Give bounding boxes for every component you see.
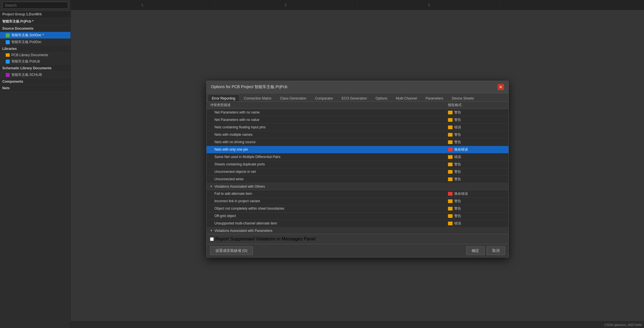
- row-label: Net Parameters with no name: [215, 110, 448, 114]
- sch-icon: [6, 33, 10, 37]
- section-arrow: ▼: [210, 185, 213, 188]
- folder-icon: [6, 53, 10, 57]
- tab-connection-matrix[interactable]: Connection Matrix: [240, 94, 276, 101]
- row-label: Object not completely within sheet bound…: [215, 206, 448, 210]
- tab-comparator[interactable]: Comparator: [311, 94, 337, 101]
- tab-eco-generation[interactable]: ECO Generation: [337, 94, 371, 101]
- checkbox-row: Report Suppressed Violations in Messages…: [210, 236, 505, 242]
- sidebar-item-schlib[interactable]: 智能车主板.SCHLIB: [0, 72, 70, 78]
- schematic-library-documents-header: Schematic Library Documents: [0, 65, 70, 72]
- table-row[interactable]: Fail to add alternate item 致命错误: [207, 190, 508, 198]
- status-text: CSDN @weixin_45871844: [604, 323, 642, 327]
- badge-text: 警告: [454, 199, 461, 204]
- row-badge: 警告: [448, 118, 505, 122]
- section-label: Violations Associated with Parameters: [214, 229, 272, 233]
- table-row[interactable]: Nets containing floating input pins 错误: [207, 124, 508, 131]
- tab-parameters[interactable]: Parameters: [421, 94, 447, 101]
- badge-text: 错误: [454, 155, 461, 159]
- sidebar-item-label: 智能车主板.PcbDoc: [11, 40, 41, 44]
- section-arrow: ▼: [210, 229, 213, 232]
- badge-icon-orange: [448, 133, 453, 137]
- row-badge: 警告: [448, 169, 505, 174]
- suppress-violations-checkbox[interactable]: [210, 237, 214, 241]
- tab-device-sheets[interactable]: Device Sheets: [447, 94, 478, 101]
- modal-close-button[interactable]: ✕: [498, 84, 504, 90]
- badge-icon-orange: [448, 199, 453, 203]
- row-badge: 警告: [448, 199, 505, 204]
- modal-title-bar: Options for PCB Project 智能车主板.PrjPcb ✕: [207, 81, 508, 93]
- table-row[interactable]: Unconnected wires 警告: [207, 176, 508, 183]
- modal-title: Options for PCB Project 智能车主板.PrjPcb: [211, 84, 288, 90]
- sidebar-item-schdoc[interactable]: 智能车主板.SchDoc *: [0, 32, 70, 39]
- row-label: Net Parameters with no value: [215, 118, 448, 122]
- ok-button[interactable]: 确定: [466, 246, 484, 255]
- tab-error-reporting[interactable]: Error Reporting: [208, 94, 240, 101]
- row-badge: 警告: [448, 177, 505, 182]
- table-row[interactable]: Same Net used in Multiple Differential P…: [207, 153, 508, 161]
- tab-options[interactable]: Options: [371, 94, 391, 101]
- schlib-icon: [6, 73, 10, 77]
- badge-text: 致命错误: [454, 147, 468, 152]
- badge-icon-orange: [448, 170, 453, 174]
- badge-icon-orange: [448, 222, 453, 225]
- tab-class-generation[interactable]: Class Generation: [276, 94, 311, 101]
- badge-icon-orange: [448, 155, 453, 159]
- pcb-icon: [6, 60, 10, 64]
- modal-content: 冲突类型描述 报告格式 Net Parameters with no name …: [207, 102, 508, 244]
- table-row-selected[interactable]: Nets with only one pin 致命错误: [207, 146, 508, 153]
- table-row[interactable]: Off-grid object 警告: [207, 212, 508, 220]
- row-badge: 致命错误: [448, 147, 505, 152]
- sidebar-item-pcblib[interactable]: 智能车主板.PcbLib: [0, 58, 70, 65]
- sidebar-item-pcb-lib-header[interactable]: PCB Library Documents: [0, 52, 70, 58]
- tab-multi-channel[interactable]: Multi-Channel: [391, 94, 421, 101]
- badge-icon-orange: [448, 214, 453, 218]
- row-label: Off-grid object: [215, 214, 448, 218]
- row-label: Fail to add alternate item: [215, 192, 448, 196]
- badge-icon-orange: [448, 118, 453, 122]
- col-header-format: 报告格式: [448, 103, 505, 108]
- row-label: Sheets containing duplicate ports: [215, 162, 448, 166]
- table-row[interactable]: Incorrect link in project variant 警告: [207, 198, 508, 205]
- row-badge: 警告: [448, 214, 505, 218]
- badge-text: 警告: [454, 132, 461, 137]
- section-violations-parameters[interactable]: ▼ Violations Associated with Parameters: [207, 227, 508, 234]
- badge-icon-orange: [448, 125, 453, 129]
- table-row[interactable]: Net Parameters with no name 警告: [207, 109, 508, 116]
- modal-tabs: Error Reporting Connection Matrix Class …: [207, 93, 508, 102]
- table-row[interactable]: Unsupported multi-channel alternate item…: [207, 220, 508, 227]
- section-label: Violations Associated with Others: [214, 185, 265, 189]
- badge-icon-orange: [448, 177, 453, 181]
- row-label: Incorrect link in project variant: [215, 199, 448, 203]
- badge-icon-orange: [448, 140, 453, 144]
- section-violations-others[interactable]: ▼ Violations Associated with Others: [207, 183, 508, 190]
- table-header: 冲突类型描述 报告格式: [207, 102, 508, 109]
- table-row[interactable]: Nets with multiple names 警告: [207, 131, 508, 139]
- table-row[interactable]: Sheets containing duplicate ports 警告: [207, 161, 508, 168]
- table-row[interactable]: Unconnected objects in net 警告: [207, 168, 508, 176]
- sidebar: Project Group 1.DsnWrk 智能车主板.PrjPcb * So…: [0, 0, 71, 328]
- search-box: [0, 0, 70, 11]
- options-dialog: Options for PCB Project 智能车主板.PrjPcb ✕ E…: [206, 81, 509, 258]
- row-badge: 警告: [448, 140, 505, 145]
- modal-overlay: Options for PCB Project 智能车主板.PrjPcb ✕ E…: [71, 0, 644, 321]
- table-body[interactable]: Net Parameters with no name 警告 Net Param…: [207, 109, 508, 234]
- sidebar-item-label: 智能车主板.SchDoc *: [11, 33, 44, 38]
- status-bar: CSDN @weixin_45871844: [71, 321, 644, 328]
- badge-text: 致命错误: [454, 191, 468, 196]
- badge-text: 错误: [454, 221, 461, 226]
- sidebar-item-pcbdoc[interactable]: 智能车主板.PcbDoc: [0, 39, 70, 46]
- badge-text: 警告: [454, 118, 461, 122]
- set-default-button[interactable]: 设置成安装缺省 (D): [210, 246, 253, 255]
- table-row[interactable]: Object not completely within sheet bound…: [207, 205, 508, 212]
- table-row[interactable]: Nets with no driving source 警告: [207, 139, 508, 146]
- sidebar-item-label: 智能车主板.SCHLIB: [11, 72, 42, 77]
- cancel-button[interactable]: 取消: [487, 246, 505, 255]
- row-badge: 警告: [448, 206, 505, 211]
- badge-text: 警告: [454, 206, 461, 211]
- libraries-header: Libraries: [0, 46, 70, 52]
- table-row[interactable]: Net Parameters with no value 警告: [207, 116, 508, 124]
- suppress-violations-label: Report Suppressed Violations in Messages…: [215, 236, 316, 242]
- row-label: Unconnected wires: [215, 177, 448, 181]
- search-input[interactable]: [2, 2, 68, 9]
- row-label: Unsupported multi-channel alternate item: [215, 221, 448, 225]
